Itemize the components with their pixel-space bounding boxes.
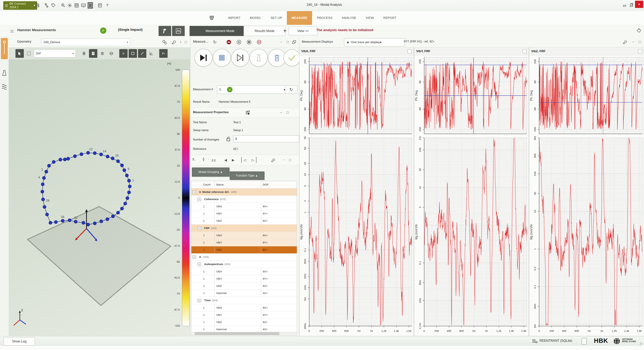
float-panel-icon[interactable] [291,39,297,45]
column-count[interactable]: Count [202,181,214,188]
display-mode-select[interactable]: Dof▾ [34,49,76,57]
next-icon[interactable]: ▶ [230,157,236,163]
table-view-icon[interactable] [74,2,79,8]
tab-measure[interactable]: MEASURE [287,11,312,25]
search-settings-icon[interactable] [60,2,66,8]
display-checkbox[interactable] [522,49,526,53]
tab-model[interactable]: MODEL [245,11,266,25]
restore-button[interactable] [628,2,635,8]
minimize-panel-icon[interactable]: − [630,39,636,45]
show-axes-button[interactable] [148,49,155,58]
marquee-select-button[interactable] [25,49,33,58]
record-icon[interactable] [226,39,232,45]
annotation-tag-icon[interactable] [636,28,642,34]
brightness-icon[interactable] [67,2,72,8]
layout-view-icon-active[interactable] [88,2,93,9]
horizontal-scrollbar[interactable] [191,332,297,336]
show-labels-button[interactable]: 1²₃ [159,49,168,58]
table-row[interactable]: 1VibY6Y+ [191,239,297,246]
wrench-icon[interactable] [622,39,628,45]
hidden-line-view-button[interactable] [108,49,115,58]
table-group-row[interactable]: −3: Modal reference 4Z+(3/6) [191,188,297,196]
log-list-icon[interactable] [532,339,537,345]
signals-tab-icon[interactable] [2,83,7,91]
phase-plot-vibz[interactable]: 20080-80-200Ph. Deg [530,55,644,136]
delete-measurement-button[interactable] [268,49,286,67]
geometry-tab-active[interactable] [1,38,8,59]
shaded-view-button[interactable] [89,49,97,58]
shaker-tab-icon[interactable] [2,70,7,77]
tab-process[interactable]: PROCESS [312,11,337,25]
view-expand-button[interactable]: View >> [289,27,318,35]
column-name[interactable]: Name [214,181,261,188]
maximize-panel-icon[interactable]: □ [284,110,291,116]
maximize-panel-icon[interactable]: □ [636,39,643,45]
table-row[interactable]: 1VibX6X+ [191,232,297,239]
start-measurement-button[interactable] [194,49,212,67]
expand-collapse-box[interactable]: − [198,263,201,266]
group-chip-modal-grouping[interactable]: Modal Grouping ▲ [192,168,230,176]
expand-collapse-box[interactable]: − [192,255,196,259]
wrench-icon[interactable] [270,157,276,163]
transducer-icon[interactable] [44,2,50,8]
close-button[interactable]: × [635,1,643,8]
expand-collapse-box[interactable]: − [198,197,201,201]
hammer-setup-button[interactable] [158,26,171,36]
table-row[interactable]: 1VibZ6Z+ [191,217,297,225]
stop-measurement-button[interactable] [213,49,231,67]
maximize-panel-icon[interactable]: □ [284,39,291,45]
table-group-row[interactable]: −Coherence(0/3) [191,196,297,203]
expand-collapse-box[interactable]: − [198,299,201,302]
previous-icon[interactable]: ◀ [222,157,229,163]
tab-report[interactable]: REPORT [378,11,401,25]
expand-collapse-box[interactable]: − [192,190,196,194]
drag-handle-icon[interactable] [10,29,14,33]
minimize-panel-icon[interactable]: − [278,39,284,45]
cursor-tool-button[interactable] [16,49,24,58]
app-menu-button[interactable]: BK Connect 2024.1 ▾ [3,1,37,10]
display-checkbox[interactable] [408,49,412,53]
tab-set-up[interactable]: SET UP [266,11,287,25]
table-row[interactable]: 1VibX6X+ [191,268,297,275]
properties-layout-icon[interactable] [244,110,251,116]
maximize-panel-icon[interactable]: □ [287,157,293,163]
table-group-row[interactable]: −FRF(3/3) [191,225,297,232]
group-chip-function-type[interactable]: Function Type ▲ [230,172,264,180]
table-row[interactable]: 1VibX6X+ [191,203,297,210]
maximize-panel-icon[interactable]: □ [183,39,189,45]
show-nodes-button[interactable]: o [119,49,128,58]
table-row[interactable]: 1VibY6Y+ [191,311,297,319]
minimize-panel-icon[interactable]: − [278,110,284,116]
geometry-select[interactable]: 240_Derece▾ [42,38,130,46]
table-row[interactable]: 1VibZ6Z+ [191,282,297,290]
table-row[interactable]: 1VibY6Y+ [191,275,297,282]
collapse-all-icon[interactable]: ∨∧ [202,157,208,163]
magnitude-plot-vibz[interactable]: 900300100301010.30.130m9mMg (m/s²)/N0200… [530,136,644,336]
expand-collapse-box[interactable]: − [198,227,201,230]
measurement-mode-button[interactable]: Measurement Mode [190,26,250,36]
magnitude-plot-vibx[interactable]: 955020105210.150m20m10m5m950uMg (m/s²)/N… [300,136,414,336]
first-icon[interactable]: ◁ [241,157,248,163]
manual-hammer-button[interactable] [250,49,268,67]
expand-all-icon[interactable]: ∧∨ [211,157,217,163]
tab-view[interactable]: VIEW [361,11,378,25]
tag-icon[interactable] [51,2,56,8]
table-row[interactable]: 1VibZ6Z+ [191,246,297,254]
refresh-icon[interactable]: ↻ [212,39,218,45]
solid-view-button[interactable] [80,49,88,58]
resize-grip[interactable] [639,342,642,346]
stop-circle-icon[interactable] [246,39,252,45]
pause-circle-icon[interactable] [256,39,262,45]
table-group-row[interactable]: −Autospectrum(0/4) [191,261,297,268]
link-gears-icon[interactable] [162,39,168,45]
phase-plot-vibx[interactable]: 20080-80-200Ph. Deg [300,55,414,136]
measurement-number-combo[interactable]: 5 ✓ ▾ [217,85,288,94]
notebook-icon[interactable] [97,2,103,8]
magnitude-plot-viby[interactable]: 210100301030.130m10m2,1mMg (m/s²)/N02004… [414,136,529,336]
unlock-icon[interactable] [226,136,231,142]
show-log-button[interactable]: Show Log [4,337,35,346]
results-mode-button[interactable]: Results Mode [244,26,286,36]
apps-grid-icon[interactable] [210,15,214,21]
status-checkbox[interactable] [582,338,587,345]
refresh-measurements-button[interactable]: ↻ [285,85,298,94]
